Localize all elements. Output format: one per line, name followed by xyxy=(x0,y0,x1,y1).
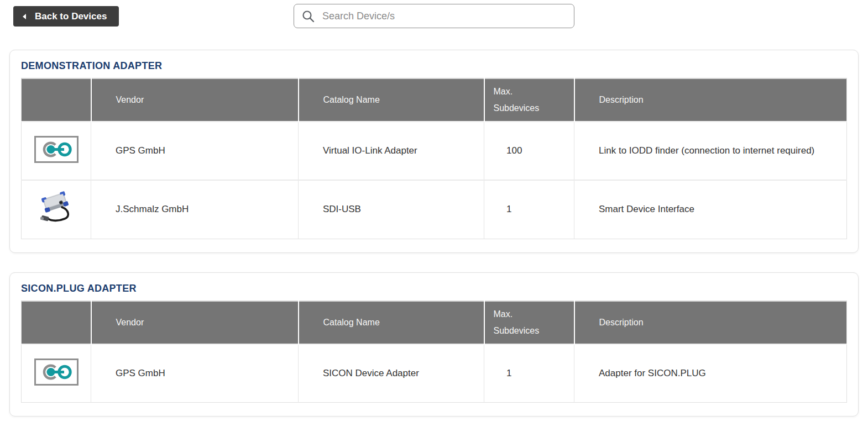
toolbar: Back to Devices xyxy=(0,0,868,32)
section-sicon-plug-adapter: SICON.PLUG ADAPTER Vendor Catalog Name M… xyxy=(9,272,859,417)
description-cell: Smart Device Interface xyxy=(574,180,847,239)
catalog-name-cell: Virtual IO-Link Adapter xyxy=(299,122,484,180)
catalog-name-cell: SICON Device Adapter xyxy=(299,344,484,403)
max-subdevices-cell: 1 xyxy=(484,344,574,403)
column-header-max-subdevices: Max. Subdevices xyxy=(484,301,574,344)
vendor-cell: GPS GmbH xyxy=(91,344,299,403)
column-header-image xyxy=(22,78,91,122)
section-demonstration-adapter: DEMONSTRATION ADAPTER Vendor Catalog Nam… xyxy=(9,50,859,253)
description-cell: Link to IODD finder (connection to inter… xyxy=(574,122,847,180)
column-header-vendor: Vendor xyxy=(91,78,299,122)
gps-co-logo-image xyxy=(34,136,79,166)
back-to-devices-button[interactable]: Back to Devices xyxy=(13,6,119,27)
arrow-left-icon xyxy=(22,13,27,20)
section-title: SICON.PLUG ADAPTER xyxy=(21,283,847,294)
sdi-usb-device-photo xyxy=(40,190,72,229)
section-title: DEMONSTRATION ADAPTER xyxy=(21,60,847,72)
column-header-image xyxy=(22,301,91,344)
adapter-row-sdi-usb[interactable]: J.Schmalz GmbH SDI-USB 1 Smart Device In… xyxy=(22,180,847,239)
column-header-max-subdevices: Max. Subdevices xyxy=(484,78,574,122)
gps-co-logo-image xyxy=(34,359,79,388)
max-subdevices-cell: 100 xyxy=(484,122,574,180)
table-header-row: Vendor Catalog Name Max. Subdevices Desc… xyxy=(22,301,847,344)
search-box xyxy=(294,4,574,28)
search-icon xyxy=(302,10,315,23)
table-header-row: Vendor Catalog Name Max. Subdevices Desc… xyxy=(22,78,847,122)
sicon-plug-adapter-table: Vendor Catalog Name Max. Subdevices Desc… xyxy=(21,301,847,403)
description-cell: Adapter for SICON.PLUG xyxy=(574,344,847,403)
column-header-description: Description xyxy=(574,301,847,344)
column-header-vendor: Vendor xyxy=(91,301,299,344)
adapter-image-cell xyxy=(22,180,91,239)
vendor-cell: GPS GmbH xyxy=(91,122,299,180)
search-input[interactable] xyxy=(321,10,566,23)
adapter-row-virtual-io-link[interactable]: GPS GmbH Virtual IO-Link Adapter 100 Lin… xyxy=(22,122,847,180)
column-header-catalog-name: Catalog Name xyxy=(299,301,484,344)
column-header-description: Description xyxy=(574,78,847,122)
demonstration-adapter-table: Vendor Catalog Name Max. Subdevices Desc… xyxy=(21,78,847,239)
adapter-image-cell xyxy=(22,344,91,403)
catalog-name-cell: SDI-USB xyxy=(299,180,484,239)
max-subdevices-cell: 1 xyxy=(484,180,574,239)
back-button-label: Back to Devices xyxy=(35,11,107,22)
adapter-row-sicon-device-adapter[interactable]: GPS GmbH SICON Device Adapter 1 Adapter … xyxy=(22,344,847,403)
adapter-image-cell xyxy=(22,122,91,180)
column-header-catalog-name: Catalog Name xyxy=(299,78,484,122)
vendor-cell: J.Schmalz GmbH xyxy=(91,180,299,239)
